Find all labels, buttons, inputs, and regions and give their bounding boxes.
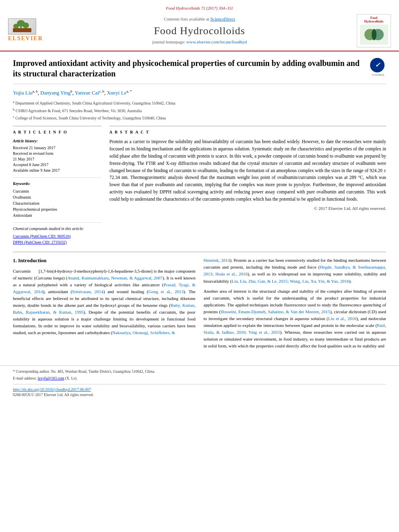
svg-rect-0 bbox=[13, 28, 31, 32]
body-content: 1. Introduction Curcumin [1,7-bis(4-hydr… bbox=[13, 252, 386, 353]
svg-point-3 bbox=[13, 24, 19, 29]
keyword-5: Antioxidant bbox=[13, 212, 101, 218]
chemical-1: Curcumin (PubChem CID: 969516) bbox=[13, 233, 101, 239]
ref-hegde[interactable]: Hegde, Sandhya, & Seetharamappa, 2013; H… bbox=[204, 265, 386, 276]
body-two-col: 1. Introduction Curcumin [1,7-bis(4-hydr… bbox=[13, 257, 386, 353]
body-right-para-1: Hennink, 2014). Protein as a carrier has… bbox=[204, 257, 386, 284]
chemical-2: DPPH (PubChem CID: 2735032) bbox=[13, 239, 101, 245]
journal-logo-right: FoodHydrocolloids bbox=[351, 14, 391, 47]
keyword-2: Ovalbumin bbox=[13, 194, 101, 200]
homepage-link[interactable]: www.elsevier.com/locate/foodhyd bbox=[186, 39, 247, 44]
ref-hosseini[interactable]: Hosseini, Emam-Djomeh, Sabatino, & Van d… bbox=[220, 309, 330, 314]
article-info-col: A R T I C L E I N F O Article history: R… bbox=[13, 126, 101, 245]
ref-ruby[interactable]: Ruby, Kuttan, Babu, Rajasekharan, & Kutt… bbox=[13, 303, 195, 314]
keyword-1: Curcumin bbox=[13, 188, 101, 194]
article-info-abstract: A R T I C L E I N F O Article history: R… bbox=[13, 126, 386, 245]
body-left-col: 1. Introduction Curcumin [1,7-bis(4-hydr… bbox=[13, 257, 195, 353]
accepted-date: Accepted 8 June 2017 bbox=[13, 162, 101, 168]
journal-header: Food Hydrocolloids 72 (2017) 304–311 bbox=[0, 0, 399, 51]
ref-anand[interactable]: Anand, Kunnumakkara, Newman, & Aggarwal,… bbox=[67, 275, 162, 280]
affiliation-a: a Department of Applied Chemistry, South… bbox=[13, 100, 386, 106]
doi-section: http://dx.doi.org/10.1016/j.foodhyd.2017… bbox=[13, 384, 386, 398]
journal-center-title: Contents lists available at ScienceDirec… bbox=[48, 16, 351, 45]
history-label: Article history: bbox=[13, 138, 101, 144]
revised-label: Received in revised form bbox=[13, 151, 101, 156]
body-right-col: Hennink, 2014). Protein as a carrier has… bbox=[204, 257, 386, 353]
keywords-section: Keywords: Curcumin Ovalbumin Characteriz… bbox=[13, 177, 101, 218]
body-right-text: Hennink, 2014). Protein as a carrier has… bbox=[204, 257, 386, 349]
logo-image bbox=[360, 25, 388, 45]
article-info-header: A R T I C L E I N F O bbox=[13, 129, 101, 135]
sciencedirect-link[interactable]: ScienceDirect bbox=[210, 16, 235, 21]
keyword-3: Characterization bbox=[13, 200, 101, 206]
ref-gong[interactable]: Gong et al., 2013 bbox=[148, 289, 183, 294]
footnote-star: * Corresponding author. No. 483, Wushan … bbox=[13, 369, 386, 374]
chemical-label: Chemical compounds studied in this artic… bbox=[13, 226, 101, 232]
affiliation-b: b CSIRO Agriculture & Food, 671 Sneydes … bbox=[13, 107, 386, 114]
received-date: Received 21 January 2017 bbox=[13, 145, 101, 151]
elsevier-text: ELSEVIER bbox=[8, 35, 43, 43]
authors-line: Yujia Liua, b, Danyang Yingb, Yanxue Cai… bbox=[13, 89, 386, 97]
page-footer: * Corresponding author. No. 483, Wushan … bbox=[0, 366, 399, 401]
body-right-para-2: Another area of interest is the structur… bbox=[204, 288, 386, 349]
article-title: Improved antioxidant activity and physic… bbox=[13, 58, 366, 79]
article-title-section: Improved antioxidant activity and physic… bbox=[13, 58, 386, 84]
ref-hennink[interactable]: Hennink, 2014 bbox=[204, 258, 230, 263]
intro-paragraph: Curcumin [1,7-bis(4-hydroxy-3-methoxyphe… bbox=[13, 268, 195, 336]
doi-link[interactable]: http://dx.doi.org/10.1016/j.foodhyd.2017… bbox=[13, 387, 386, 392]
journal-homepage: journal homepage: www.elsevier.com/locat… bbox=[48, 39, 351, 45]
affiliation-c: c College of Food Sciences, South China … bbox=[13, 115, 386, 121]
elsevier-logo-img bbox=[8, 18, 36, 35]
ref-naksuriya[interactable]: Naksuriya, Okonogi, Schiffelers, & bbox=[112, 330, 175, 335]
copyright-line: © 2017 Elsevier Ltd. All rights reserved… bbox=[109, 205, 386, 212]
logo-box-title: FoodHydrocolloids bbox=[359, 16, 389, 24]
intro-heading: 1. Introduction bbox=[13, 257, 195, 264]
intro-para-1: Curcumin [1,7-bis(4-hydroxy-3-methoxyphe… bbox=[13, 268, 195, 336]
article-content: Improved antioxidant activity and physic… bbox=[0, 51, 399, 359]
issn-line: 0268-005X/© 2017 Elsevier Ltd. All right… bbox=[13, 392, 386, 398]
revised-date: 21 May 2017 bbox=[13, 156, 101, 162]
keywords-label: Keywords: bbox=[13, 181, 101, 187]
elsevier-logo: ELSEVIER bbox=[8, 18, 48, 43]
abstract-col: A B S T R A C T Protein as a carrier to … bbox=[109, 126, 386, 245]
abstract-header: A B S T R A C T bbox=[109, 129, 386, 135]
ref-srinivasan[interactable]: Srinivasan, 2014 bbox=[72, 289, 103, 294]
email-link[interactable]: lexyfu@163.com bbox=[38, 376, 64, 380]
ref-liu2015[interactable]: Liu, Liu, Zhu, Gan, & Le, 2015; Wang, Li… bbox=[232, 279, 349, 283]
available-date: Available online 9 June 2017 bbox=[13, 168, 101, 173]
journal-title: Food Hydrocolloids bbox=[48, 24, 351, 38]
author-1[interactable]: Yujia Liu bbox=[13, 90, 33, 96]
author-2[interactable]: Danyang Ying bbox=[40, 90, 70, 96]
svg-point-7 bbox=[372, 29, 376, 40]
affiliations: a Department of Applied Chemistry, South… bbox=[13, 100, 386, 121]
journal-title-row: ELSEVIER Contents lists available at Sci… bbox=[8, 12, 391, 51]
abstract-text: Protein as a carrier to improve the solu… bbox=[109, 138, 386, 203]
svg-point-4 bbox=[23, 23, 29, 28]
chemical-section: Chemical compounds studied in this artic… bbox=[13, 222, 101, 245]
footnote-email: E-mail address: lexyfu@163.com (X. Le). bbox=[13, 376, 386, 381]
crossmark-icon: ✓ bbox=[370, 58, 385, 72]
crossmark-logo: ✓ CrossMark bbox=[370, 58, 386, 77]
author-3[interactable]: Yanxue Cai bbox=[75, 90, 99, 96]
article-history: Article history: Received 21 January 201… bbox=[13, 138, 101, 173]
keyword-4: Physicochemical properties bbox=[13, 206, 101, 212]
page: Food Hydrocolloids 72 (2017) 304–311 bbox=[0, 0, 399, 401]
author-4[interactable]: Xueyi Le bbox=[107, 90, 127, 96]
ref-patil[interactable]: Patil, Sistla, & Jadhav, 2016; Ying et a… bbox=[204, 323, 386, 335]
ref-liu2016[interactable]: Liu et al., 2016 bbox=[328, 316, 356, 321]
contents-available: Contents lists available at ScienceDirec… bbox=[48, 16, 351, 22]
journal-info-top: Food Hydrocolloids 72 (2017) 304–311 bbox=[8, 3, 391, 12]
